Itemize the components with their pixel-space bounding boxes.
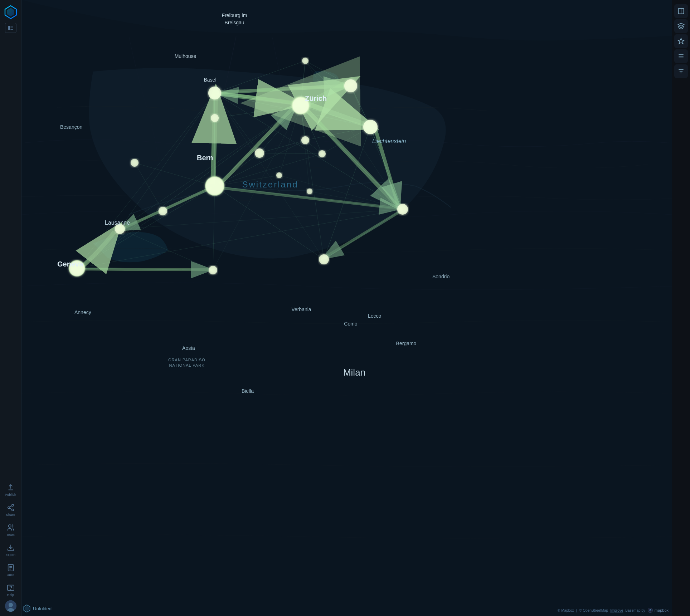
sidebar-help-label: Help <box>7 593 14 597</box>
layers-button[interactable] <box>674 49 688 63</box>
sidebar-item-publish[interactable]: Publish <box>0 480 21 500</box>
node-northeast-1 <box>344 79 357 92</box>
node-midpoint-1 <box>211 114 219 122</box>
label-biella: Biella <box>242 388 254 394</box>
label-annecy: Annecy <box>74 309 91 315</box>
node-right-large <box>363 120 378 134</box>
label-basel: Basel <box>204 77 216 83</box>
right-toolbar <box>672 0 690 79</box>
label-gran-paradiso-2: NATIONAL PARK <box>169 363 205 367</box>
sidebar-item-docs[interactable]: Docs <box>0 560 21 580</box>
label-lecco: Lecco <box>368 313 382 319</box>
panel-toggle-button[interactable] <box>5 23 16 33</box>
3d-view-button[interactable] <box>674 19 688 33</box>
sidebar-publish-label: Publish <box>5 493 16 497</box>
node-west-mid <box>159 207 167 215</box>
brand-label: Unfolded <box>33 606 52 611</box>
node-center-right <box>301 136 309 144</box>
sidebar-item-team[interactable]: Team <box>0 520 21 540</box>
mapbox-logo: mapbox <box>647 607 669 613</box>
attribution-bar: © Mapbox | © OpenStreetMap Improve Basem… <box>558 607 669 613</box>
sidebar-item-share[interactable]: Share <box>0 500 21 520</box>
svg-point-102 <box>650 609 651 610</box>
svg-rect-3 <box>10 26 13 26</box>
sidebar: Publish Share Team Export <box>0 0 21 616</box>
osm-attribution: © OpenStreetMap <box>579 608 608 612</box>
basemap-attribution: Basemap by <box>625 608 645 612</box>
sidebar-share-label: Share <box>6 513 15 517</box>
label-mulhouse: Mulhouse <box>175 53 196 59</box>
label-freiburg: Freiburg im <box>222 13 247 18</box>
label-lausanne: Lausanne <box>105 220 130 226</box>
node-top <box>302 58 308 64</box>
sidebar-export-label: Export <box>6 553 16 557</box>
label-switzerland: Switzerland <box>242 180 298 189</box>
label-sondrio: Sondrio <box>432 274 450 279</box>
sidebar-bottom <box>5 600 16 616</box>
svg-marker-1 <box>7 8 14 16</box>
sidebar-item-export[interactable]: Export <box>0 540 21 560</box>
split-view-button[interactable] <box>674 4 688 18</box>
node-center-small-2 <box>307 189 312 194</box>
mapbox-attribution: © Mapbox <box>558 608 574 612</box>
label-milan: Milan <box>343 367 365 378</box>
node-west-upper <box>131 159 139 167</box>
node-right-mid <box>319 150 326 157</box>
label-liechtenstein: Liechtenstein <box>372 138 406 144</box>
svg-point-7 <box>8 507 10 509</box>
draw-button[interactable] <box>674 34 688 48</box>
svg-point-20 <box>9 603 13 607</box>
svg-rect-5 <box>10 29 13 30</box>
attribution-separator: | <box>576 608 577 612</box>
svg-point-6 <box>11 504 14 507</box>
svg-point-11 <box>8 525 11 527</box>
svg-rect-2 <box>8 26 10 30</box>
node-far-right <box>397 204 408 215</box>
node-south-right <box>319 254 329 264</box>
user-avatar[interactable] <box>5 600 16 612</box>
node-center <box>255 148 264 158</box>
label-bergamo: Bergamo <box>396 341 417 346</box>
svg-line-9 <box>9 508 11 509</box>
app-logo[interactable] <box>3 4 19 20</box>
svg-marker-24 <box>678 38 684 44</box>
node-south-center <box>209 266 217 274</box>
svg-rect-4 <box>10 28 13 28</box>
label-gran-paradiso-1: GRAN PARADISO <box>168 358 205 362</box>
mapbox-brand-label: mapbox <box>655 608 669 612</box>
svg-line-10 <box>9 506 11 507</box>
svg-point-18 <box>10 589 11 590</box>
node-basel <box>208 87 221 99</box>
svg-marker-104 <box>25 606 29 611</box>
sidebar-item-help[interactable]: Help <box>0 580 21 600</box>
label-besancon: Besançon <box>60 124 82 130</box>
label-geneva: Geneva <box>57 260 83 268</box>
filter-button[interactable] <box>674 64 688 78</box>
map-container[interactable]: Freiburg im Breisgau Mulhouse Basel Züri… <box>21 0 672 616</box>
label-verbania: Verbania <box>291 307 311 312</box>
label-freiburg-2: Breisgau <box>224 20 244 25</box>
sidebar-docs-label: Docs <box>7 573 15 577</box>
label-aosta: Aosta <box>182 345 195 351</box>
node-center-small <box>276 172 282 178</box>
label-como: Como <box>344 321 358 327</box>
bottom-brand[interactable]: Unfolded <box>23 605 52 612</box>
label-bern: Bern <box>197 154 213 162</box>
svg-point-8 <box>11 509 14 511</box>
improve-attribution[interactable]: Improve <box>610 608 623 612</box>
sidebar-team-label: Team <box>6 533 15 537</box>
label-zurich: Zürich <box>305 94 327 102</box>
